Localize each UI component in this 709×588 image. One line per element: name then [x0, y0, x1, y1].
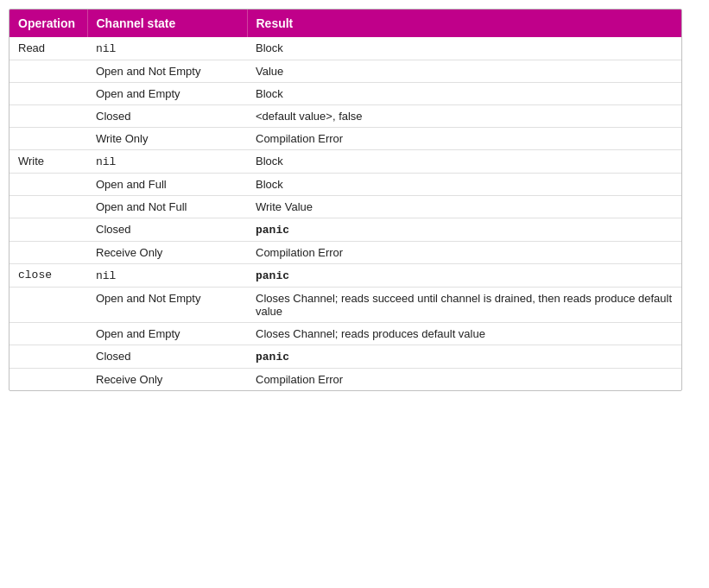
state-cell: Closed [87, 218, 247, 242]
operation-cell [9, 60, 87, 83]
state-cell: Closed [87, 105, 247, 128]
table-row: Open and Not EmptyCloses Channel; reads … [9, 288, 681, 323]
operation-cell [9, 288, 87, 323]
operation-cell [9, 174, 87, 196]
operation-cell: Write [9, 150, 87, 174]
state-cell: Open and Not Empty [87, 60, 247, 83]
operation-cell [9, 83, 87, 105]
header-result: Result [247, 9, 681, 37]
table-row: ReadnilBlock [9, 37, 681, 60]
result-cell: Write Value [247, 196, 681, 218]
operation-cell [9, 242, 87, 264]
result-cell: Compilation Error [247, 242, 681, 264]
operation-cell: close [9, 264, 87, 288]
channel-operations-table: Operation Channel state Result ReadnilBl… [9, 9, 682, 391]
result-cell: Closes Channel; reads succeed until chan… [247, 288, 681, 323]
operation-cell [9, 323, 87, 345]
result-cell: Compilation Error [247, 369, 681, 391]
table-row: Closedpanic [9, 218, 681, 242]
state-cell: Receive Only [87, 369, 247, 391]
state-cell: Open and Empty [87, 83, 247, 105]
table-row: Open and EmptyBlock [9, 83, 681, 105]
operation-cell [9, 369, 87, 391]
result-cell: Block [247, 37, 681, 60]
state-cell: Open and Empty [87, 323, 247, 345]
operation-cell [9, 218, 87, 242]
table-row: Receive OnlyCompilation Error [9, 242, 681, 264]
table-row: closenilpanic [9, 264, 681, 288]
table-row: Open and Not FullWrite Value [9, 196, 681, 218]
header-channel-state: Channel state [87, 9, 247, 37]
result-cell: <default value>, false [247, 105, 681, 128]
table-row: WritenilBlock [9, 150, 681, 174]
table-row: Closedpanic [9, 345, 681, 369]
operation-label: Read [18, 41, 45, 54]
result-cell: Block [247, 174, 681, 196]
state-cell: Open and Not Full [87, 196, 247, 218]
operation-label: close [18, 269, 52, 281]
operation-cell [9, 128, 87, 150]
result-cell: panic [247, 264, 681, 288]
state-cell: Open and Full [87, 174, 247, 196]
table-row: Open and EmptyCloses Channel; reads prod… [9, 323, 681, 345]
result-cell: Closes Channel; reads produces default v… [247, 323, 681, 345]
table-row: Open and Not EmptyValue [9, 60, 681, 83]
table-row: Write OnlyCompilation Error [9, 128, 681, 150]
table-row: Receive OnlyCompilation Error [9, 369, 681, 391]
state-cell: Open and Not Empty [87, 288, 247, 323]
table-row: Closed<default value>, false [9, 105, 681, 128]
operation-cell: Read [9, 37, 87, 60]
header-operation: Operation [9, 9, 87, 37]
result-cell: panic [247, 345, 681, 369]
operation-label: Write [18, 155, 44, 168]
result-cell: panic [247, 218, 681, 242]
result-cell: Value [247, 60, 681, 83]
state-cell: Write Only [87, 128, 247, 150]
operation-cell [9, 196, 87, 218]
state-cell: nil [87, 150, 247, 174]
result-cell: Compilation Error [247, 128, 681, 150]
state-cell: Closed [87, 345, 247, 369]
operation-cell [9, 345, 87, 369]
result-cell: Block [247, 150, 681, 174]
result-cell: Block [247, 83, 681, 105]
state-cell: nil [87, 264, 247, 288]
table-row: Open and FullBlock [9, 174, 681, 196]
table-header-row: Operation Channel state Result [9, 9, 681, 37]
state-cell: Receive Only [87, 242, 247, 264]
state-cell: nil [87, 37, 247, 60]
operation-cell [9, 105, 87, 128]
